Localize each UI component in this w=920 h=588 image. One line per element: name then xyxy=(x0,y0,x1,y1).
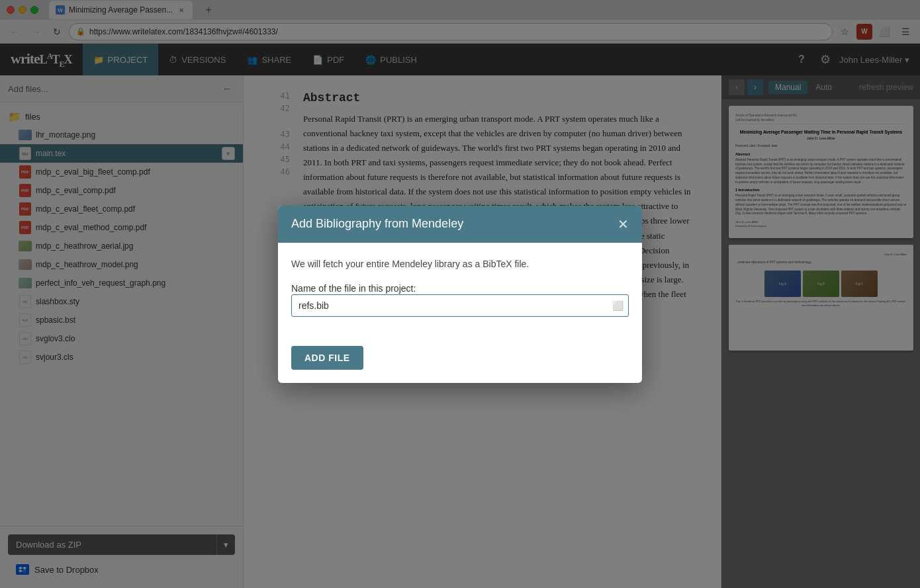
modal-close-btn[interactable]: ✕ xyxy=(618,216,629,232)
modal-footer: ADD FILE xyxy=(278,346,642,383)
modal-file-name-input[interactable] xyxy=(291,294,629,317)
modal-overlay[interactable]: Add Bibliography from Mendeley ✕ We will… xyxy=(0,0,920,588)
modal: Add Bibliography from Mendeley ✕ We will… xyxy=(278,206,642,383)
modal-input-icon: ⬜ xyxy=(612,300,623,311)
add-file-btn[interactable]: ADD FILE xyxy=(291,346,363,370)
modal-body: We will fetch your entire Mendeley libra… xyxy=(278,243,642,346)
modal-description: We will fetch your entire Mendeley libra… xyxy=(291,259,629,269)
modal-header: Add Bibliography from Mendeley ✕ xyxy=(278,206,642,243)
modal-title: Add Bibliography from Mendeley xyxy=(291,217,463,231)
modal-file-name-label: Name of the file in this project: xyxy=(291,283,416,294)
